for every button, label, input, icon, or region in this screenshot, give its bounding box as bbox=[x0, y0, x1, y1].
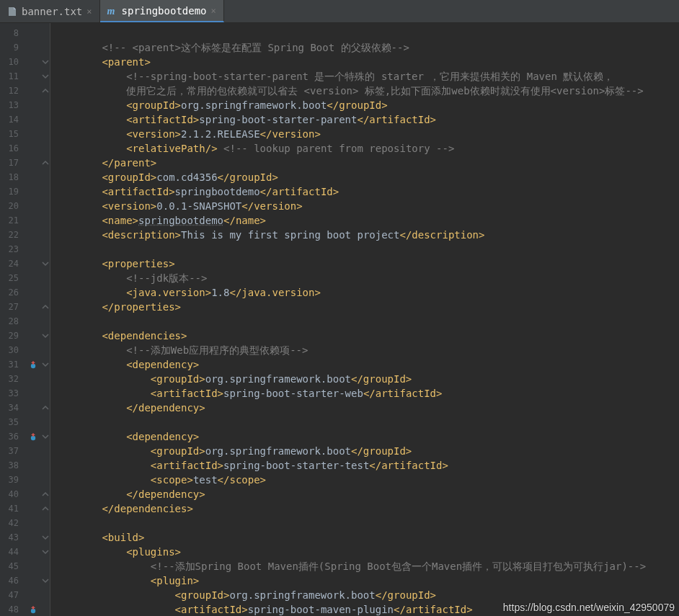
code-line[interactable]: <artifactId>spring-boot-starter-test</ar… bbox=[53, 458, 679, 473]
code-line[interactable]: <artifactId>springbootdemo</artifactId> bbox=[53, 184, 679, 199]
fold-gutter bbox=[40, 23, 50, 616]
code-line[interactable]: <artifactId>spring-boot-starter-parent</… bbox=[53, 112, 679, 127]
code-line[interactable]: <relativePath/> <!-- lookup parent from … bbox=[53, 141, 679, 156]
code-line[interactable]: <version>0.0.1-SNAPSHOT</version> bbox=[53, 199, 679, 213]
code-line[interactable] bbox=[53, 242, 679, 256]
code-line[interactable] bbox=[53, 516, 679, 530]
override-marker-icon[interactable] bbox=[26, 357, 40, 372]
fold-open-icon[interactable] bbox=[40, 357, 50, 372]
fold-open-icon[interactable] bbox=[40, 256, 50, 271]
code-line[interactable]: <plugins> bbox=[53, 545, 679, 559]
tab-label: springbootdemo bbox=[122, 5, 207, 17]
code-line[interactable] bbox=[53, 26, 679, 40]
fold-open-icon[interactable] bbox=[40, 329, 50, 343]
code-line[interactable]: <groupId>org.springframework.boot</group… bbox=[53, 372, 679, 386]
code-line[interactable]: 使用它之后，常用的包依赖就可以省去 <version> 标签,比如下面添加web… bbox=[53, 84, 679, 98]
code-line[interactable]: <groupId>org.springframework.boot</group… bbox=[53, 98, 679, 112]
tab-banner-txt[interactable]: banner.txt × bbox=[0, 0, 100, 22]
code-line[interactable]: <!--添加Spring Boot Maven插件(Spring Boot包含一… bbox=[53, 559, 679, 573]
code-line[interactable]: <!-- <parent>这个标签是在配置 Spring Boot 的父级依赖-… bbox=[53, 40, 679, 55]
editor-tabs: banner.txt × m springbootdemo × bbox=[0, 0, 679, 23]
fold-close-icon[interactable] bbox=[40, 156, 50, 170]
fold-close-icon[interactable] bbox=[40, 300, 50, 314]
marker-gutter bbox=[26, 23, 40, 616]
fold-close-icon[interactable] bbox=[40, 401, 50, 415]
code-line[interactable]: <!--添加Web应用程序的典型依赖项--> bbox=[53, 343, 679, 357]
code-line[interactable]: <dependency> bbox=[53, 429, 679, 444]
code-line[interactable]: <name>springbootdemo</name> bbox=[53, 213, 679, 228]
maven-icon: m bbox=[107, 6, 117, 16]
fold-close-icon[interactable] bbox=[40, 501, 50, 516]
code-line[interactable]: </dependency> bbox=[53, 401, 679, 415]
fold-open-icon[interactable] bbox=[40, 69, 50, 84]
override-marker-icon[interactable] bbox=[26, 602, 40, 616]
watermark-text: https://blog.csdn.net/weixin_42950079 bbox=[503, 602, 675, 613]
code-line[interactable]: </dependencies> bbox=[53, 501, 679, 516]
code-line[interactable]: <groupId>org.springframework.boot</group… bbox=[53, 444, 679, 458]
code-line[interactable]: <parent> bbox=[53, 55, 679, 69]
code-editor[interactable]: 8910111213141516171819202122232425262728… bbox=[0, 23, 679, 616]
fold-close-icon[interactable] bbox=[40, 487, 50, 501]
code-line[interactable]: </parent> bbox=[53, 156, 679, 170]
code-line[interactable]: <dependencies> bbox=[53, 329, 679, 343]
text-file-icon bbox=[7, 6, 17, 17]
code-area[interactable]: <!-- <parent>这个标签是在配置 Spring Boot 的父级依赖-… bbox=[50, 23, 679, 616]
fold-close-icon[interactable] bbox=[40, 84, 50, 98]
fold-open-icon[interactable] bbox=[40, 55, 50, 69]
code-line[interactable]: <build> bbox=[53, 530, 679, 545]
code-line[interactable]: <plugin> bbox=[53, 573, 679, 588]
fold-open-icon[interactable] bbox=[40, 545, 50, 559]
code-line[interactable]: <scope>test</scope> bbox=[53, 473, 679, 487]
code-line[interactable]: <groupId>org.springframework.boot</group… bbox=[53, 588, 679, 602]
code-line[interactable] bbox=[53, 415, 679, 429]
tab-springbootdemo[interactable]: m springbootdemo × bbox=[100, 0, 224, 22]
close-icon[interactable]: × bbox=[86, 6, 92, 17]
close-icon[interactable]: × bbox=[211, 6, 216, 16]
code-line[interactable]: <java.version>1.8</java.version> bbox=[53, 285, 679, 300]
code-line[interactable]: <properties> bbox=[53, 256, 679, 271]
line-numbers: 8910111213141516171819202122232425262728… bbox=[0, 23, 26, 616]
code-line[interactable]: <artifactId>spring-boot-starter-web</art… bbox=[53, 386, 679, 401]
fold-open-icon[interactable] bbox=[40, 573, 50, 588]
code-line[interactable]: <!--jdk版本--> bbox=[53, 271, 679, 285]
code-line[interactable]: <!--spring-boot-starter-parent 是一个特殊的 st… bbox=[53, 69, 679, 84]
code-line[interactable]: </dependency> bbox=[53, 487, 679, 501]
override-marker-icon[interactable] bbox=[26, 429, 40, 444]
code-line[interactable]: <dependency> bbox=[53, 357, 679, 372]
fold-open-icon[interactable] bbox=[40, 429, 50, 444]
code-line[interactable]: <version>2.1.2.RELEASE</version> bbox=[53, 127, 679, 141]
code-line[interactable] bbox=[53, 314, 679, 329]
fold-open-icon[interactable] bbox=[40, 530, 50, 545]
code-line[interactable]: <description>This is my first spring boo… bbox=[53, 228, 679, 242]
code-line[interactable]: </properties> bbox=[53, 300, 679, 314]
code-line[interactable]: <groupId>com.cd4356</groupId> bbox=[53, 170, 679, 184]
tab-label: banner.txt bbox=[22, 6, 82, 17]
